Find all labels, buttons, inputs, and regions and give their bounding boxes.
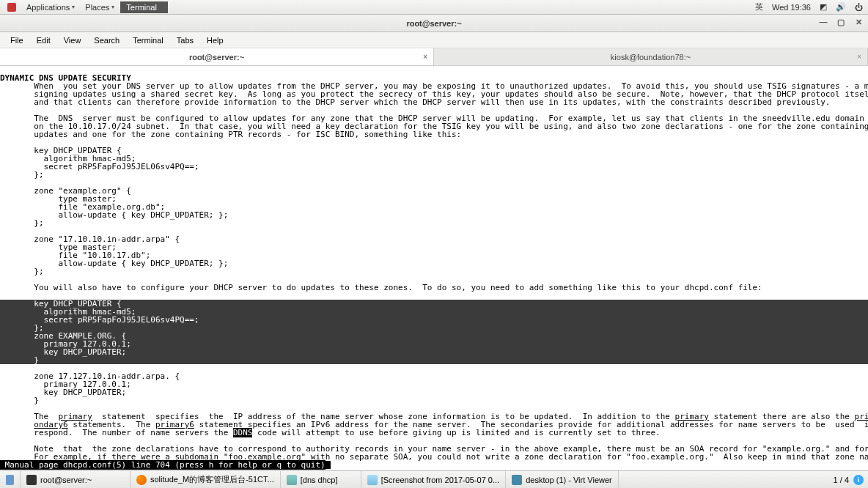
terminal-tabs: root@server:~× kiosk@foundation78:~× (0, 48, 868, 66)
task-firefox[interactable]: solitude_M的博客管理后台-51CT... (130, 471, 281, 488)
selected-text: }; (0, 324, 868, 332)
applications-menu[interactable]: Applications▾ (22, 1, 79, 13)
man-text: updates and one for the zone containing … (0, 130, 461, 139)
task-screenshot[interactable]: [Screenshot from 2017-05-07 0... (361, 471, 506, 488)
close-tab-icon[interactable]: × (857, 53, 861, 61)
info-icon[interactable]: i (853, 475, 864, 485)
task-dns-dhcp[interactable]: [dns dhcp] (281, 471, 361, 488)
workspace-indicator[interactable]: 1 / 4 (834, 476, 849, 484)
app-menu-terminal[interactable]: Terminal ▾ (120, 1, 168, 13)
activities-logo[interactable] (3, 1, 21, 13)
desktop-icon (6, 475, 14, 485)
bottom-taskbar: root@server:~ solitude_M的博客管理后台-51CT... … (0, 470, 868, 488)
task-virt-viewer[interactable]: desktop (1) - Virt Viewer (506, 471, 619, 488)
man-code: } (0, 396, 39, 405)
maximize-button[interactable]: ▢ (836, 18, 846, 27)
image-icon (367, 475, 378, 485)
firefox-icon (136, 475, 147, 485)
man-text: You will also have to configure your DHC… (0, 283, 762, 292)
close-tab-icon[interactable]: × (423, 53, 427, 61)
man-code: }; (0, 170, 44, 180)
chevron-down-icon: ▾ (111, 4, 114, 10)
menu-help[interactable]: Help (201, 34, 229, 47)
terminal-viewport[interactable]: DYNAMIC DNS UPDATE SECURITY When you set… (0, 66, 868, 469)
selected-text: key DHCP_UPDATER; (0, 348, 868, 356)
menu-file[interactable]: File (4, 34, 29, 47)
menu-search[interactable]: Search (88, 34, 125, 47)
chevron-down-icon: ▾ (72, 4, 75, 10)
ime-indicator[interactable]: 英 (753, 1, 765, 12)
man-code: }; (0, 267, 44, 276)
gnome-top-bar: Applications▾ Places▾ Terminal ▾ 英 Wed 1… (0, 0, 868, 15)
selected-text: } (0, 356, 868, 364)
accessibility-icon[interactable]: ◩ (817, 2, 829, 12)
task-terminal[interactable]: root@server:~ (21, 471, 130, 488)
volume-icon[interactable]: 🔊 (834, 2, 848, 12)
window-title: root@server:~ (406, 19, 461, 28)
power-icon[interactable]: ⏻ (853, 3, 865, 12)
places-menu[interactable]: Places▾ (81, 1, 119, 13)
show-desktop-button[interactable] (0, 471, 21, 488)
minimize-button[interactable]: — (818, 18, 828, 27)
menu-terminal[interactable]: Terminal (127, 34, 169, 47)
window-titlebar[interactable]: root@server:~ — ▢ ✕ (0, 15, 868, 32)
clock[interactable]: Wed 19:36 (770, 3, 813, 12)
selected-text: primary 127.0.0.1; (0, 340, 868, 348)
chevron-down-icon: ▾ (159, 4, 162, 10)
man-code: }; (0, 218, 44, 228)
man-status-line: Manual page dhcpd.conf(5) line 704 (pres… (0, 460, 326, 470)
vm-icon (512, 475, 522, 485)
terminal-icon (26, 475, 37, 485)
cursor (326, 461, 331, 469)
menu-tabs[interactable]: Tabs (171, 34, 199, 47)
document-icon (287, 475, 297, 485)
menu-edit[interactable]: Edit (31, 34, 56, 47)
man-text: and that clients can therefore provide i… (0, 97, 830, 107)
tab-kiosk-foundation[interactable]: kiosk@foundation78:~× (434, 48, 868, 65)
distro-logo-icon (7, 3, 16, 12)
close-button[interactable]: ✕ (853, 18, 864, 27)
selected-text: secret pRP5FapFoJ95JEL06sv4PQ==; (0, 316, 868, 324)
tab-root-server[interactable]: root@server:~× (0, 48, 434, 65)
man-text: respond. The number of name servers the … (0, 428, 661, 437)
terminal-menu-bar: File Edit View Search Terminal Tabs Help (0, 32, 868, 48)
menu-view[interactable]: View (58, 34, 87, 47)
